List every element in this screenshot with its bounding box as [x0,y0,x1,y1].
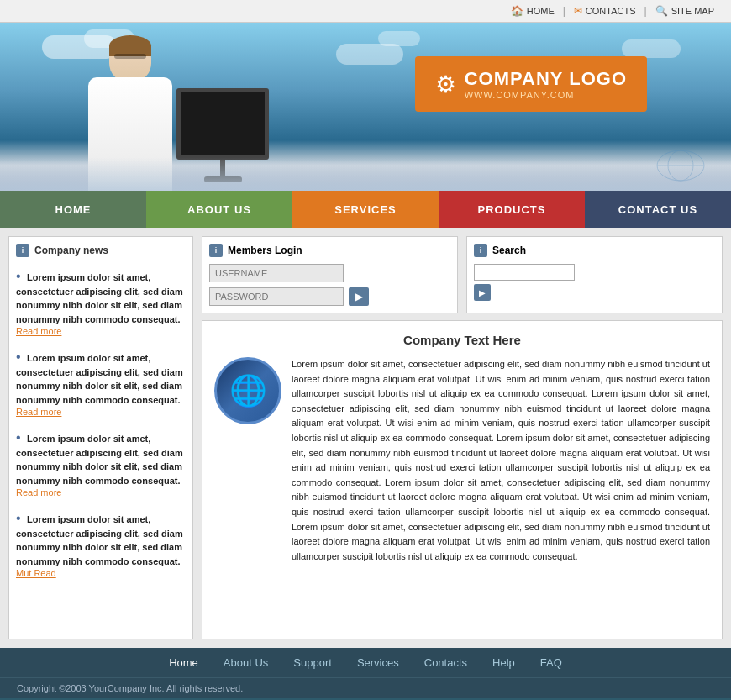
password-input[interactable] [209,287,344,306]
footer-home[interactable]: Home [169,656,198,669]
sidebar-icon: i [16,244,29,257]
read-more-3[interactable]: Read more [16,487,186,497]
sitemap-icon: 🔍 [655,5,668,17]
username-input[interactable] [209,264,344,282]
company-text-content: 🌐 Lorem ipsum dolor sit amet, consectetu… [214,357,710,564]
main-content: i Company news • Lorem ipsum dolor sit a… [0,228,731,648]
login-icon: i [209,244,223,257]
nav-products[interactable]: PRODUCTS [439,191,585,228]
news-item-2: • Lorem ipsum dolor sit amet, consectetu… [16,350,186,417]
read-more-1[interactable]: Read more [16,326,186,336]
sidebar-title: i Company news [16,244,186,261]
footer-help[interactable]: Help [492,656,515,669]
login-row: ▶ [209,287,450,306]
company-title: Company Text Here [214,333,710,347]
logo-sub: WWW.COMPANY.COM [465,90,627,100]
footer-about[interactable]: About Us [224,656,268,669]
topbar-home-label: HOME [527,6,555,16]
nav-contact[interactable]: CONTACT US [585,191,731,228]
cloud-4 [378,31,420,46]
center-panel: i Members Login ▶ i Search ▶ [202,236,723,639]
topbar-sitemap-label: SITE MAP [671,6,714,16]
search-title-icon: i [474,244,487,257]
login-title-text: Members Login [228,245,302,256]
read-more-4[interactable]: Mut Read [16,568,186,578]
footer-faq[interactable]: FAQ [540,656,562,669]
login-title: i Members Login [209,244,450,257]
login-search-row: i Members Login ▶ i Search ▶ [202,236,723,313]
bullet-3: • [16,430,21,445]
news-text-2: Lorem ipsum dolor sit amet, consectetuer… [16,353,183,405]
logo-main: COMPANY LOGO [465,68,627,90]
page-wrapper: 🏠 HOME | ✉ CONTACTS | 🔍 SITE MAP [0,0,731,698]
footer-contacts[interactable]: Contacts [424,656,467,669]
logo-text: COMPANY LOGO WWW.COMPANY.COM [465,68,627,100]
company-body-text: Lorem ipsum dolor sit amet, consectetuer… [292,357,710,564]
bullet-1: • [16,269,21,283]
news-text-4: Lorem ipsum dolor sit amet, consectetuer… [16,514,183,566]
topbar-sitemap[interactable]: 🔍 SITE MAP [647,3,723,18]
search-box: i Search ▶ [466,236,723,313]
footer-copyright: Copyright ©2003 YourCompany Inc. All rig… [0,677,731,698]
footer-services[interactable]: Services [357,656,399,669]
nav-services[interactable]: SERVICES [292,191,439,228]
news-text-1: Lorem ipsum dolor sit amet, consectetuer… [16,272,183,324]
header: ⚙ COMPANY LOGO WWW.COMPANY.COM [0,23,731,191]
globe-icon: 🌐 [229,366,267,415]
footer-nav: Home About Us Support Services Contacts … [0,648,731,677]
topbar-contacts[interactable]: ✉ CONTACTS [565,3,644,18]
topbar-home[interactable]: 🏠 HOME [502,3,563,18]
company-text-box: Company Text Here 🌐 Lorem ipsum dolor si… [202,320,723,639]
company-icon: 🌐 [214,357,281,424]
search-title: i Search [474,244,715,257]
read-more-2[interactable]: Read more [16,407,186,417]
bullet-4: • [16,511,21,525]
topbar-contacts-label: CONTACTS [586,6,636,16]
footer-support[interactable]: Support [293,656,332,669]
mail-icon: ✉ [574,5,582,17]
news-item-3: • Lorem ipsum dolor sit amet, consectetu… [16,430,186,497]
cloud-3 [336,44,403,65]
news-text-3: Lorem ipsum dolor sit amet, consectetuer… [16,434,183,486]
login-box: i Members Login ▶ [202,236,458,313]
nav-about[interactable]: ABOUT US [146,191,292,228]
sidebar-title-text: Company news [34,245,108,256]
nav-home[interactable]: HOME [0,191,146,228]
news-item-4: • Lorem ipsum dolor sit amet, consectetu… [16,511,186,578]
top-bar: 🏠 HOME | ✉ CONTACTS | 🔍 SITE MAP [0,0,731,23]
sidebar: i Company news • Lorem ipsum dolor sit a… [8,236,193,639]
bullet-2: • [16,350,21,364]
home-icon: 🏠 [511,5,523,17]
news-item-1: • Lorem ipsum dolor sit amet, consectetu… [16,269,186,336]
cloud-5 [622,39,681,58]
globe-decoration [655,149,706,182]
search-title-text: Search [492,245,526,256]
copyright-text: Copyright ©2003 YourCompany Inc. All rig… [17,683,243,693]
logo-box: ⚙ COMPANY LOGO WWW.COMPANY.COM [415,56,647,112]
nav-bar: HOME ABOUT US SERVICES PRODUCTS CONTACT … [0,191,731,228]
search-input[interactable] [474,264,575,281]
login-submit-button[interactable]: ▶ [349,287,369,306]
gear-icon: ⚙ [435,71,456,98]
header-wave [0,157,731,191]
search-submit-button[interactable]: ▶ [474,284,491,301]
